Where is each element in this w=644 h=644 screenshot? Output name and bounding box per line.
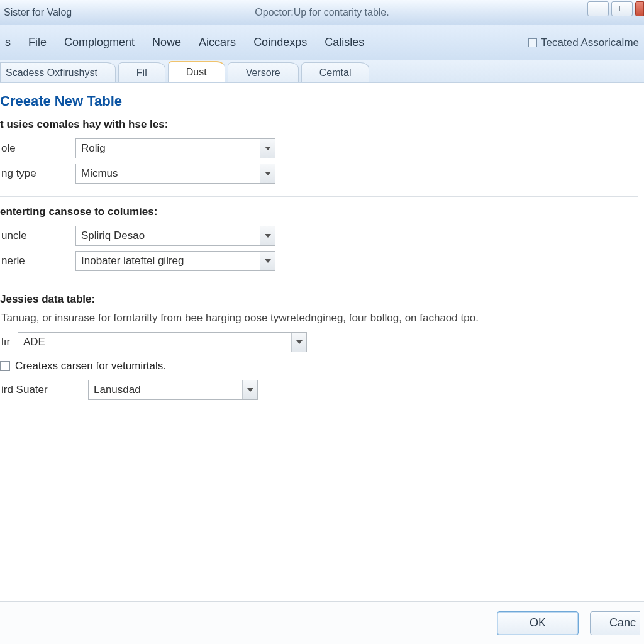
- combo-suater[interactable]: Lanusdad: [88, 380, 258, 400]
- label-nerle: nerle: [0, 255, 75, 267]
- toolbar-right-label[interactable]: Tecated Assoricalme: [541, 36, 639, 49]
- section2-heading: enterting cansose to columies:: [0, 206, 638, 218]
- combo-value: Lanusdad: [89, 384, 242, 396]
- maximize-button[interactable]: ☐: [611, 1, 633, 16]
- checkbox-label: Createxs carsen for vetumirtals.: [15, 360, 166, 372]
- combo-value: Inobater lateftel gilreg: [76, 255, 260, 267]
- chevron-down-icon: [260, 252, 275, 270]
- menubar: s File Complogment Nowe Aiccars Coindexp…: [0, 25, 644, 60]
- tab-versore[interactable]: Versore: [228, 62, 299, 82]
- checkbox-createxs[interactable]: [0, 361, 10, 371]
- menu-item-nowe[interactable]: Nowe: [152, 36, 181, 49]
- chevron-down-icon: [242, 380, 257, 399]
- menu-item-aiccars[interactable]: Aiccars: [199, 36, 236, 49]
- combo-value: Micmus: [76, 167, 260, 180]
- tab-label: Scadess Oxfirushyst: [6, 67, 97, 79]
- page-title: Creeate New Table: [0, 93, 638, 109]
- combo-value: Spliriq Desao: [76, 230, 260, 242]
- label-suater: ird Suater: [0, 384, 88, 396]
- separator: [0, 196, 638, 197]
- combo-ole[interactable]: Rolig: [75, 138, 275, 158]
- menu-item-complogment[interactable]: Complogment: [64, 36, 135, 49]
- section3-heading: Jessies data table:: [0, 293, 638, 306]
- window-title-center: Opoctor:Up for contarity table.: [255, 7, 389, 18]
- section3-help: Tanuag, or insurase for forntarilty from…: [1, 312, 638, 325]
- chevron-down-icon: [260, 139, 275, 158]
- chevron-down-icon: [291, 333, 306, 352]
- cancel-button[interactable]: Canc: [590, 611, 640, 635]
- label-lir: lır: [0, 336, 18, 348]
- row-nerle: nerle Inobater lateftel gilreg: [0, 250, 638, 272]
- chevron-down-icon: [260, 226, 275, 245]
- combo-value: Rolig: [76, 142, 260, 155]
- button-label: Canc: [609, 616, 636, 630]
- ok-button[interactable]: OK: [497, 611, 579, 635]
- section1-heading: t usies comales hay with hse les:: [0, 118, 638, 131]
- combo-nerle[interactable]: Inobater lateftel gilreg: [75, 251, 275, 271]
- tab-scadess[interactable]: Scadess Oxfirushyst: [0, 62, 116, 82]
- menu-item-file[interactable]: File: [28, 36, 47, 49]
- separator: [0, 284, 638, 284]
- content-pane: Creeate New Table t usies comales hay wi…: [0, 83, 644, 601]
- combo-ade[interactable]: ADE: [18, 332, 307, 352]
- menu-item-coindexps[interactable]: Coindexps: [253, 36, 307, 49]
- label-ngtype: ng type: [0, 167, 75, 180]
- chevron-down-icon: [260, 164, 275, 183]
- menu-item-0[interactable]: s: [5, 36, 11, 49]
- checkbox-row-createxs: Createxs carsen for vetumirtals.: [0, 360, 638, 372]
- tab-cemtal[interactable]: Cemtal: [301, 62, 370, 82]
- row-ngtype: ng type Micmus: [0, 162, 638, 185]
- row-suater: ird Suater Lanusdad: [0, 379, 638, 401]
- minimize-button[interactable]: ―: [587, 1, 609, 16]
- window-title-left: Sister for Valog: [0, 7, 72, 18]
- tab-label: Fil: [136, 67, 147, 79]
- window-controls: ― ☐: [587, 0, 644, 18]
- label-ole: ole: [0, 142, 75, 155]
- maximize-icon: ☐: [619, 4, 626, 13]
- close-button[interactable]: [635, 1, 644, 16]
- toolbar-right: Tecated Assoricalme: [528, 36, 639, 49]
- row-ade: lır ADE: [0, 331, 638, 353]
- tab-dust[interactable]: Dust: [168, 61, 225, 82]
- titlebar: Sister for Valog Opoctor:Up for contarit…: [0, 0, 644, 25]
- combo-value: ADE: [18, 336, 291, 348]
- tab-label: Versore: [246, 67, 280, 79]
- tab-label: Dust: [186, 67, 207, 78]
- combo-uncle[interactable]: Spliriq Desao: [75, 226, 275, 246]
- label-uncle: uncle: [0, 230, 75, 242]
- row-ole: ole Rolig: [0, 137, 638, 160]
- tabstrip: Scadess Oxfirushyst Fil Dust Versore Cem…: [0, 60, 644, 83]
- menu-item-calisles[interactable]: Calisles: [325, 36, 364, 49]
- combo-ngtype[interactable]: Micmus: [75, 164, 275, 184]
- tab-fil[interactable]: Fil: [118, 62, 165, 82]
- minimize-icon: ―: [594, 4, 602, 13]
- tab-label: Cemtal: [319, 67, 352, 79]
- related-icon: [528, 38, 537, 47]
- dialog-footer: OK Canc: [0, 601, 644, 644]
- button-label: OK: [530, 616, 546, 630]
- row-uncle: uncle Spliriq Desao: [0, 225, 638, 247]
